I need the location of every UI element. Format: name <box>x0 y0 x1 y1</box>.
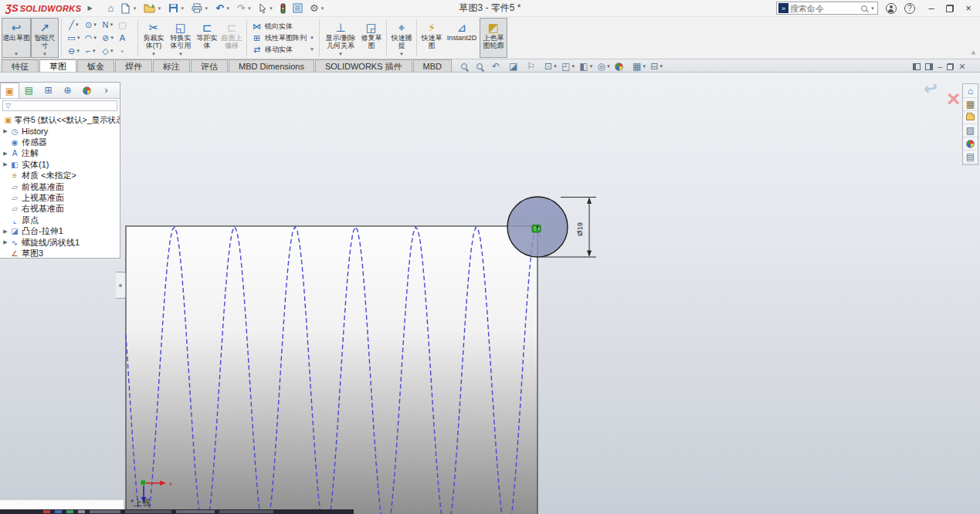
expand-arrow-icon[interactable]: ▶ <box>2 150 9 157</box>
tree-item-front-plane[interactable]: ▶ ▱ 前视基准面 <box>0 181 120 192</box>
sketch-tool-line[interactable]: ╱ ▼ <box>66 19 83 32</box>
ribbon-tab-mbd-dimensions[interactable]: MBD Dimensions <box>229 59 314 72</box>
user-account-icon[interactable] <box>886 3 897 14</box>
taskpane-home-tab[interactable]: ⌂ <box>963 85 978 98</box>
undo-button[interactable]: ↶▼ <box>212 2 233 15</box>
tree-root-part[interactable]: ▣ 零件5 (默认<<默认>_显示状态 1>) <box>0 114 120 126</box>
part-face[interactable] <box>126 226 537 514</box>
pane-right-icon[interactable] <box>925 63 933 70</box>
panel-splitter-handle[interactable] <box>116 272 126 299</box>
document-close-button[interactable]: ✕ <box>958 62 965 71</box>
headsup-section-view[interactable]: ◪ ▼ <box>508 61 524 72</box>
feature-statistics-button[interactable] <box>290 2 306 15</box>
panel-tab-configurationmanager[interactable]: ⊞ <box>39 83 58 98</box>
expand-arrow-icon[interactable]: ▶ <box>2 128 9 134</box>
headsup-dynamic-annotation-views[interactable]: ⚐ ▼ <box>526 61 541 72</box>
panel-tab-propertymanager[interactable]: ▤ <box>19 83 39 98</box>
headsup-edit-appearance[interactable]: ▼ <box>614 63 629 71</box>
tree-item-sketch3[interactable]: ▶ ∠ 草图3 <box>0 248 120 259</box>
offset-entities-button[interactable]: ⊏ 等距实体 <box>195 18 219 58</box>
sketch-tool-point[interactable]: ▪ ▼ <box>117 45 134 58</box>
sketch-tool-arc[interactable]: ◠ ▼ <box>83 32 100 45</box>
sketch-tool-circle[interactable]: ⊙ ▼ <box>83 19 100 32</box>
convert-entities-button[interactable]: ◱ 转换实体引用 ▼ <box>167 18 195 58</box>
document-minimize-button[interactable]: – <box>938 62 942 71</box>
smart-dimension-button[interactable]: ↗ 智能尺寸 ▼ <box>31 18 59 58</box>
save-button[interactable]: ▼ <box>165 2 188 15</box>
panel-tab-featuremanager[interactable]: ▣ <box>0 83 19 98</box>
diameter-dimension-text[interactable]: Ø19 <box>575 222 584 236</box>
headsup-display-style[interactable]: ◧ ▼ <box>578 61 594 72</box>
tree-item-annotations[interactable]: ▶ A 注解 <box>0 148 120 159</box>
taskpane-file-explorer-tab[interactable] <box>963 111 978 124</box>
ribbon-tab-solidworks-addins[interactable]: SOLIDWORKS 插件 <box>315 59 412 72</box>
ribbon-tab-mbd[interactable]: MBD <box>413 59 452 72</box>
mirror-entities-button[interactable]: ⋈ 镜向实体 <box>252 22 314 32</box>
ribbon-collapse-chevron[interactable]: ˄ <box>972 49 975 57</box>
panel-tab-displaymanager[interactable] <box>77 83 97 98</box>
display-delete-relations-button[interactable]: ⊥ 显示/删除几何关系 ▼ <box>322 18 359 58</box>
redo-button[interactable]: ↷▼ <box>234 2 255 15</box>
tree-filter-input[interactable]: ▽ <box>2 100 117 111</box>
ribbon-tab-weldments[interactable]: 焊件 <box>115 59 152 72</box>
expand-arrow-icon[interactable]: ▶ <box>2 239 9 245</box>
taskpane-appearances-scenes-tab[interactable] <box>963 137 978 150</box>
linear-sketch-pattern-button[interactable]: ⊞ 线性草图阵列 ▼ <box>252 33 314 43</box>
tree-item-material[interactable]: ▶ ≡ 材质 <未指定> <box>0 171 120 181</box>
panel-tab-dimxpertmanager[interactable]: ⊕ <box>58 83 77 98</box>
headsup-hide-show-items[interactable]: ◎ ▼ <box>597 61 612 72</box>
cancel-sketch-icon[interactable]: × <box>947 88 961 110</box>
new-document-button[interactable]: ▼ <box>117 2 140 15</box>
instant2d-button[interactable]: ⊿ Instant2D <box>444 18 480 58</box>
search-dropdown-caret-icon[interactable]: ▼ <box>870 6 875 11</box>
sketch-tool-plane-tool[interactable]: ▢ ▼ <box>117 19 134 32</box>
tree-item-helix-spiral1[interactable]: ▶ ∿ 螺旋线/涡状线1 <box>0 237 120 248</box>
tree-item-right-plane[interactable]: ▶ ▱ 右视基准面 <box>0 204 120 215</box>
ribbon-tab-evaluate[interactable]: 评估 <box>191 59 228 72</box>
search-box[interactable]: » ▼ <box>776 2 878 15</box>
sketch-tool-slot[interactable]: ⊖ ▼ <box>66 45 83 58</box>
tree-item-boss-extrude1[interactable]: ▶ ◪ 凸台-拉伸1 <box>0 226 120 237</box>
menu-flyout-arrow-icon[interactable]: ▶ <box>87 5 92 12</box>
sketch-tool-rectangle[interactable]: ▭ ▼ <box>66 32 83 45</box>
headsup-apply-scene[interactable]: ▦ ▼ <box>632 61 647 72</box>
confirm-exit-sketch-icon[interactable]: ↩ <box>922 78 940 100</box>
sketch-tool-text-tool[interactable]: A ▼ <box>117 32 134 45</box>
print-button[interactable]: ▼ <box>188 2 212 15</box>
select-button[interactable]: ▼ <box>256 2 276 15</box>
document-restore-button[interactable] <box>947 63 954 70</box>
ribbon-tab-features[interactable]: 特征 <box>2 59 39 72</box>
panel-tab-expand-chevron[interactable]: › <box>97 83 116 98</box>
tree-item-sensors[interactable]: ▶ ◉ 传感器 <box>0 137 120 147</box>
trim-entities-button[interactable]: ✂ 剪裁实体(T) ▼ <box>141 18 167 58</box>
expand-arrow-icon[interactable]: ▶ <box>2 228 9 235</box>
coincident-relation-icon[interactable] <box>532 225 541 233</box>
graphics-area[interactable]: Ø19 x *上视 ↩ × ▣ ▤ <box>0 73 980 514</box>
restore-button[interactable] <box>941 2 958 15</box>
headsup-zoom-to-fit[interactable]: ▼ <box>460 63 473 69</box>
pane-left-icon[interactable] <box>913 63 921 70</box>
performance-evaluation-button[interactable] <box>277 2 289 15</box>
repair-sketch-button[interactable]: ◲ 修复草图 <box>359 18 384 58</box>
quick-snaps-button[interactable]: ⌖ 快速捕捉 ▼ <box>389 18 414 58</box>
ribbon-tab-sketch[interactable]: 草图 <box>39 59 76 72</box>
tree-item-origin[interactable]: ▶ ⌞ 原点 <box>0 215 120 225</box>
headsup-previous-view[interactable]: ↶ ▼ <box>491 61 506 72</box>
taskpane-custom-properties-tab[interactable]: ▤ <box>963 150 978 164</box>
sketch-tool-ellipse[interactable]: ⊘ ▼ <box>100 32 117 45</box>
close-button[interactable]: × <box>960 2 977 15</box>
sketch-tool-polygon[interactable]: ◇ ▼ <box>100 45 117 58</box>
open-button[interactable]: ▼ <box>141 2 164 15</box>
sketch-tool-spline[interactable]: N ▼ <box>100 19 117 32</box>
move-entities-button[interactable]: ⇄ 移动实体 ▼ <box>252 45 314 55</box>
headsup-zoom-to-area[interactable]: ▼ <box>476 63 489 69</box>
search-input[interactable] <box>790 4 861 13</box>
search-magnifier-icon[interactable] <box>861 5 867 12</box>
headsup-3d-drawing-view[interactable]: ⊡ ▼ <box>544 61 558 72</box>
minimize-button[interactable]: – <box>923 2 940 15</box>
headsup-view-settings[interactable]: ⊟ ▼ <box>649 61 664 72</box>
headsup-view-orientation[interactable]: ◰ ▼ <box>561 61 576 72</box>
ribbon-tab-markup[interactable]: 标注 <box>153 59 190 72</box>
shaded-sketch-contours-button[interactable]: ◩ 上色草图轮廓 <box>480 18 507 58</box>
tree-item-top-plane[interactable]: ▶ ▱ 上视基准面 <box>0 192 120 203</box>
